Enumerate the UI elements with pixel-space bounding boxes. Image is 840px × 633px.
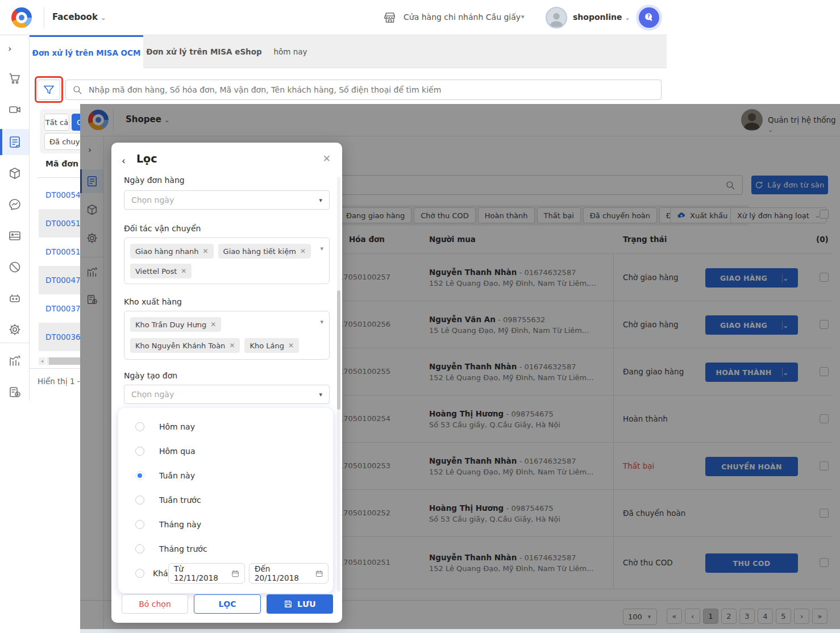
remove-tag-icon[interactable]: ✕ xyxy=(210,320,216,328)
calendar-icon xyxy=(315,569,323,578)
chevron-down-icon: ⌄ xyxy=(101,14,106,22)
created-date-select[interactable]: Chọn ngày▾ xyxy=(124,385,330,404)
tag-shipping[interactable]: Giao hàng nhanh✕ xyxy=(130,244,214,259)
option-hom-nay[interactable]: Hôm nay xyxy=(135,422,195,431)
chevron-down-icon: ▾ xyxy=(320,245,323,252)
tag-shipping[interactable]: Giao hàng tiết kiệm✕ xyxy=(218,244,311,259)
save-filter-button[interactable]: LƯU xyxy=(267,594,333,614)
divider xyxy=(44,7,44,28)
order-search-input[interactable] xyxy=(88,81,650,99)
filter-panel-title: Lọc xyxy=(136,152,157,165)
remove-tag-icon[interactable]: ✕ xyxy=(181,267,186,275)
screen: Facebook ⌄ Cửa hàng chi nhánh Cầu giấy ▾… xyxy=(0,0,840,633)
option-khac[interactable]: Khác xyxy=(135,569,172,578)
app-logo xyxy=(11,7,32,28)
shipping-partner-label: Đối tác vận chuyển xyxy=(124,224,201,233)
clear-selection-button[interactable]: Bỏ chọn xyxy=(122,594,188,614)
order-link[interactable]: DT00037 xyxy=(45,304,81,313)
shipping-partner-multiselect[interactable]: Giao hàng nhanh✕ Giao hàng tiết kiệm✕ Vi… xyxy=(124,238,330,284)
window-bottom-edge xyxy=(80,629,840,633)
messenger-icon[interactable] xyxy=(8,198,22,211)
channel-selector[interactable]: Facebook ⌄ xyxy=(52,12,106,22)
order-link[interactable]: DT00051 xyxy=(45,219,81,228)
user-label: shoponline xyxy=(573,13,622,22)
option-thang-truoc[interactable]: Tháng trước xyxy=(135,544,207,553)
remove-tag-icon[interactable]: ✕ xyxy=(288,342,294,349)
settings-icon[interactable] xyxy=(8,323,22,336)
store-caret-icon[interactable]: ▾ xyxy=(521,13,525,20)
tab-hom-nay[interactable]: hôm nay xyxy=(265,35,316,68)
divider xyxy=(0,343,30,343)
store-icon xyxy=(383,11,397,24)
help-chat-button[interactable]: ? xyxy=(639,7,659,28)
close-icon[interactable]: ✕ xyxy=(323,153,331,164)
tab-misa-ocm[interactable]: Đơn xử lý trên MISA OCM xyxy=(30,35,143,68)
blocked-icon[interactable] xyxy=(8,260,22,274)
orders-icon[interactable] xyxy=(8,135,22,149)
tab-label: hôm nay xyxy=(273,47,307,56)
back-icon[interactable]: ‹ xyxy=(122,155,126,166)
order-search-box xyxy=(65,80,662,100)
svg-text:?: ? xyxy=(647,14,650,19)
avatar[interactable] xyxy=(546,7,567,28)
order-link[interactable]: DT00054 xyxy=(45,190,81,199)
panel-scrollbar[interactable] xyxy=(337,177,340,592)
warehouse-label: Kho xuất hàng xyxy=(124,297,182,306)
tag-warehouse[interactable]: Kho Nguyễn Khánh Toàn✕ xyxy=(130,338,240,353)
reports-icon[interactable] xyxy=(8,385,22,399)
filter-panel: ‹ Lọc ✕ Ngày đơn hàng Chọn ngày▾ Đối tác… xyxy=(111,143,342,623)
date-options-dropdown: Hôm nay Hôm qua Tuần này Tuần trước Thán… xyxy=(118,408,333,593)
order-link[interactable]: DT00051 xyxy=(45,247,81,256)
livestream-icon[interactable] xyxy=(8,103,22,116)
tab-bar: Đơn xử lý trên MISA OCM Đơn xử lý trên M… xyxy=(30,35,667,68)
analytics-icon[interactable] xyxy=(8,354,22,368)
expand-sidebar-icon[interactable]: › xyxy=(8,43,22,57)
warehouse-multiselect[interactable]: Kho Trần Duy Hưng✕ Kho Nguyễn Khánh Toàn… xyxy=(124,311,330,360)
option-thang-nay[interactable]: Tháng này xyxy=(135,520,201,529)
chip-all[interactable]: Tất cả xyxy=(44,114,69,131)
remove-tag-icon[interactable]: ✕ xyxy=(203,247,209,255)
created-date-label: Ngày tạo đơn xyxy=(124,371,177,380)
posts-icon[interactable] xyxy=(8,229,22,243)
remove-tag-icon[interactable]: ✕ xyxy=(229,342,235,349)
option-tuan-nay[interactable]: Tuần này xyxy=(135,471,195,480)
date-from-input[interactable]: Từ 12/11/2018 xyxy=(168,563,245,584)
tag-warehouse[interactable]: Kho Trần Duy Hưng✕ xyxy=(130,317,221,332)
order-link[interactable]: DT00047 xyxy=(45,276,81,285)
store-selector[interactable]: Cửa hàng chi nhánh Cầu giấy xyxy=(404,13,521,22)
order-link[interactable]: DT00036 xyxy=(45,332,81,342)
chevron-down-icon: ▾ xyxy=(320,318,323,326)
calendar-icon xyxy=(231,569,239,578)
tag-warehouse[interactable]: Kho Láng✕ xyxy=(244,338,299,353)
user-menu[interactable]: shoponline ⌄ xyxy=(573,13,630,22)
annotation-highlight xyxy=(35,76,63,103)
user-caret-icon: ⌄ xyxy=(625,14,630,22)
apply-filter-button[interactable]: LỌC xyxy=(194,594,261,614)
order-date-select[interactable]: Chọn ngày▾ xyxy=(124,190,330,210)
tag-shipping[interactable]: Viettel Post✕ xyxy=(130,264,192,278)
tab-label: Đơn xử lý trên MISA eShop xyxy=(146,47,261,56)
cart-icon[interactable] xyxy=(8,72,22,85)
remove-tag-icon[interactable]: ✕ xyxy=(300,247,306,255)
main-sidebar: › xyxy=(0,35,30,401)
bot-icon[interactable] xyxy=(8,291,22,305)
scroll-left-arrow[interactable]: ◂ xyxy=(39,357,45,365)
products-icon[interactable] xyxy=(8,166,22,180)
tab-misa-eshop[interactable]: Đơn xử lý trên MISA eShop xyxy=(143,35,265,68)
channel-label: Facebook xyxy=(52,12,98,22)
top-bar: Facebook ⌄ Cửa hàng chi nhánh Cầu giấy ▾… xyxy=(0,0,667,35)
order-date-label: Ngày đơn hàng xyxy=(124,176,185,185)
save-icon xyxy=(284,599,293,609)
date-to-input[interactable]: Đến 20/11/2018 xyxy=(249,563,328,584)
store-label: Cửa hàng chi nhánh Cầu giấy xyxy=(404,13,521,22)
tab-label: Đơn xử lý trên MISA OCM xyxy=(32,48,141,57)
option-tuan-truoc[interactable]: Tuần trước xyxy=(135,495,201,505)
option-hom-qua[interactable]: Hôm qua xyxy=(135,447,196,456)
